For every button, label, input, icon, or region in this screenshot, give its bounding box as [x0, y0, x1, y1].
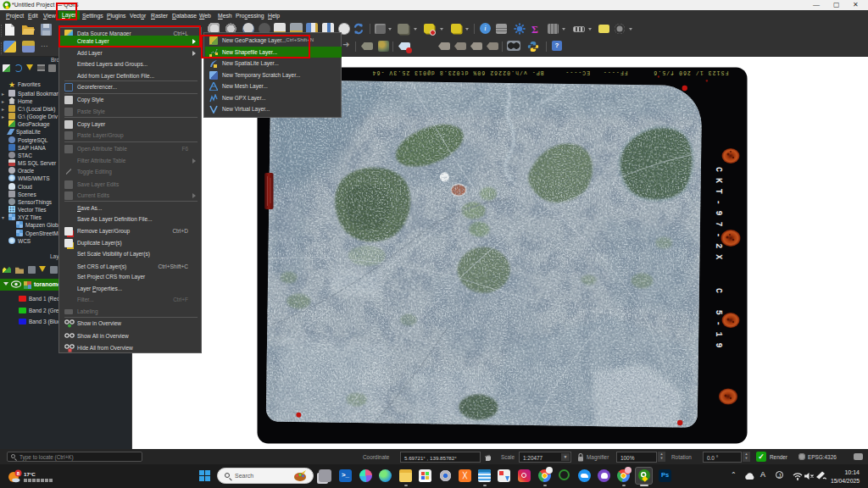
svg-text:CKT-97-2X: CKT-97-2X [714, 167, 723, 265]
svg-text:C 5-19: C 5-19 [714, 288, 723, 353]
svg-text:FS123 1/ 260 f/5.6 FF----: FS123 1/ 260 f/5.6 FF---- EC---- BP- v/h… [372, 69, 729, 75]
